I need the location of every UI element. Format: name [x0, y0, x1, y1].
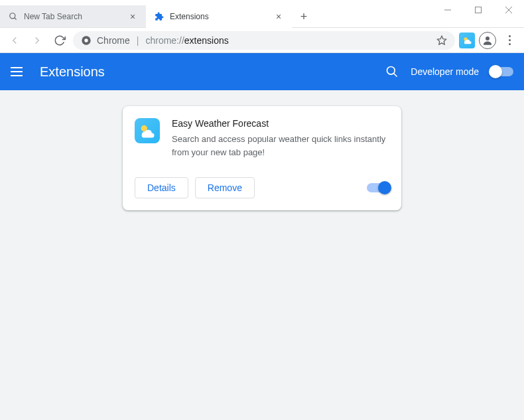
bookmark-star-icon[interactable] [436, 35, 447, 46]
svg-line-14 [394, 74, 397, 77]
browser-toolbar: Chrome | chrome://extensions [0, 28, 524, 53]
extension-enable-toggle[interactable] [367, 183, 389, 192]
developer-mode-label: Developer mode [411, 66, 479, 77]
remove-button[interactable]: Remove [195, 177, 255, 198]
tab-extensions[interactable]: Extensions × [146, 5, 292, 28]
svg-line-3 [15, 18, 17, 20]
address-bar[interactable]: Chrome | chrome://extensions [73, 31, 455, 50]
reload-button[interactable] [50, 31, 69, 50]
window-controls [432, 0, 524, 20]
browser-menu-button[interactable] [500, 35, 519, 45]
hamburger-menu-button[interactable] [11, 64, 27, 80]
tab-strip: New Tab Search × Extensions × + [0, 0, 432, 28]
tab-new-tab-search[interactable]: New Tab Search × [0, 5, 146, 28]
svg-point-12 [486, 36, 490, 40]
search-extensions-icon[interactable] [385, 65, 399, 78]
extension-card: Easy Weather Forecast Search and access … [123, 106, 401, 210]
extension-puzzle-icon [154, 11, 164, 22]
details-button[interactable]: Details [135, 177, 188, 198]
tab-title: Extensions [170, 12, 268, 21]
profile-avatar[interactable] [479, 32, 496, 49]
svg-point-2 [10, 13, 15, 19]
forward-button[interactable] [28, 31, 46, 50]
weather-extension-icon[interactable] [459, 33, 475, 48]
minimize-button[interactable] [432, 0, 463, 20]
omnibox-url: chrome://extensions [145, 35, 228, 46]
close-icon[interactable]: × [127, 11, 138, 22]
page-title: Extensions [40, 64, 105, 80]
chrome-logo-icon [81, 35, 92, 46]
new-tab-button[interactable]: + [295, 7, 313, 26]
maximize-button[interactable] [463, 0, 493, 20]
svg-point-13 [387, 67, 395, 75]
close-icon[interactable]: × [273, 11, 284, 22]
developer-mode-toggle[interactable] [491, 67, 513, 76]
back-button[interactable] [5, 31, 24, 50]
search-icon [8, 11, 19, 22]
omnibox-prefix: Chrome [97, 35, 130, 46]
window-titlebar: New Tab Search × Extensions × + [0, 0, 524, 28]
extensions-content: Easy Weather Forecast Search and access … [0, 90, 524, 420]
svg-rect-5 [476, 7, 482, 13]
extensions-header: Extensions Developer mode [0, 53, 524, 90]
weather-app-icon [135, 118, 160, 143]
svg-marker-10 [437, 36, 446, 44]
omnibox-separator: | [137, 35, 139, 46]
svg-point-9 [84, 38, 88, 42]
tab-title: New Tab Search [24, 12, 122, 21]
extension-name: Easy Weather Forecast [172, 118, 389, 129]
close-window-button[interactable] [493, 0, 524, 20]
extension-description: Search and access popular weather quick … [172, 133, 389, 159]
